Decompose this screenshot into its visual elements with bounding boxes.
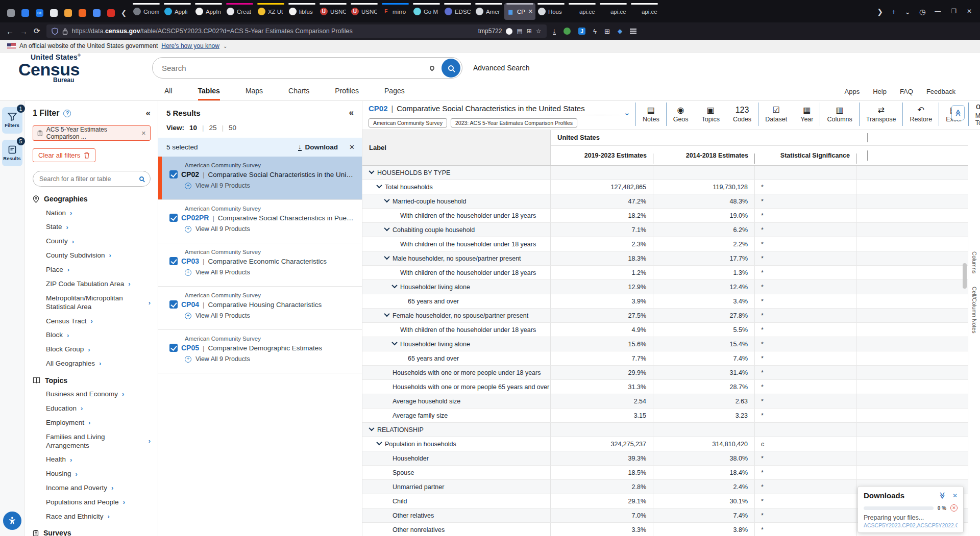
table-row[interactable]: Population in households 324,275,237 314…: [362, 437, 968, 451]
pinned-tab-icon[interactable]: [50, 9, 58, 17]
window-close-button[interactable]: ✕: [967, 8, 972, 15]
result-title[interactable]: Comparative Social Characteristics in th…: [208, 171, 355, 178]
tab-pages[interactable]: Pages: [384, 87, 405, 100]
result-code[interactable]: CP02PR: [181, 214, 209, 222]
result-checkbox[interactable]: [169, 344, 178, 352]
geography-filter-item[interactable]: County Subdivision›: [33, 249, 151, 263]
tab-tables[interactable]: Tables: [198, 87, 220, 100]
table-row[interactable]: Householder 39.3% 38.0% *: [362, 451, 968, 466]
tracking-shield-icon[interactable]: [52, 28, 58, 35]
expand-chevron-icon[interactable]: [391, 283, 397, 288]
menu-hamburger-icon[interactable]: [630, 29, 636, 34]
pinned-tab-icon[interactable]: [7, 9, 15, 17]
expand-chevron-icon[interactable]: [384, 197, 389, 202]
accessibility-button[interactable]: [3, 512, 21, 530]
bolt-extension-icon[interactable]: ϟ: [593, 28, 597, 35]
view-all-products-link[interactable]: + View All 9 Products: [185, 355, 355, 363]
geography-filter-item[interactable]: Place›: [33, 263, 151, 277]
collapse-results-icon[interactable]: «: [349, 108, 354, 118]
result-title[interactable]: Comparative Economic Characteristics: [208, 258, 327, 265]
pinned-tab-icon[interactable]: [21, 9, 29, 17]
url-text[interactable]: https://data.census.gov/table/ACSCP5Y202…: [72, 28, 474, 35]
topic-filter-item[interactable]: Health›: [33, 453, 151, 467]
browser-tab[interactable]: EDSC: [442, 3, 473, 20]
browser-tab[interactable]: Amer: [473, 3, 504, 20]
forward-button[interactable]: →: [20, 27, 28, 36]
geography-filter-item[interactable]: Nation›: [33, 206, 151, 220]
geography-filter-item[interactable]: State›: [33, 220, 151, 235]
pinned-tab-icon[interactable]: [79, 9, 86, 17]
expand-chevron-icon[interactable]: [369, 425, 374, 431]
result-title[interactable]: Comparative Social Characteristics in Pu…: [218, 214, 355, 222]
view-10-option[interactable]: 10: [189, 124, 197, 132]
browser-tab[interactable]: Gnom: [131, 3, 162, 20]
geography-filter-item[interactable]: Block›: [33, 328, 151, 343]
table-row[interactable]: HOUSEHOLDS BY TYPE: [362, 166, 968, 180]
result-title[interactable]: Comparative Housing Characteristics: [208, 301, 322, 309]
topic-filter-item[interactable]: Employment›: [33, 416, 151, 430]
toolbar-button[interactable]: ◉ Geos: [666, 103, 695, 126]
result-checkbox[interactable]: [169, 257, 178, 265]
label-column-header[interactable]: Label: [362, 130, 551, 165]
browser-tab[interactable]: Go M: [411, 3, 442, 20]
view-all-products-link[interactable]: + View All 9 Products: [185, 182, 355, 189]
url-field[interactable]: https://data.census.gov/table/ACSCP5Y202…: [46, 24, 547, 38]
collapse-filters-icon[interactable]: «: [146, 108, 151, 118]
survey-tag[interactable]: American Community Survey: [369, 118, 447, 127]
result-code[interactable]: CP05: [181, 344, 199, 352]
results-rail-button[interactable]: 5 Results: [2, 140, 22, 166]
topic-filter-item[interactable]: Race and Ethnicity›: [33, 509, 151, 524]
table-row[interactable]: Male householder, no spouse/partner pres…: [362, 251, 968, 266]
browser-tab[interactable]: Hous: [535, 3, 567, 20]
expand-chevron-icon[interactable]: [384, 311, 389, 317]
browser-tab[interactable]: U USNO: [349, 3, 380, 20]
pinned-tab-icon[interactable]: [93, 9, 101, 17]
expand-chevron-icon[interactable]: [384, 254, 389, 260]
remove-filter-icon[interactable]: ✕: [141, 130, 146, 137]
filter-search-input[interactable]: [39, 175, 139, 183]
filter-search[interactable]: [33, 171, 151, 187]
pinned-tab-icon[interactable]: [64, 9, 72, 17]
result-card[interactable]: American Community Survey CP02PR | Compa…: [158, 200, 362, 243]
geography-filter-item[interactable]: All Geographies›: [33, 357, 151, 371]
expand-chevron-icon[interactable]: [391, 340, 397, 345]
reload-button[interactable]: ⟳: [34, 27, 40, 36]
table-row[interactable]: Average household size 2.54 2.63 *: [362, 394, 968, 409]
faq-link[interactable]: FAQ: [900, 88, 913, 95]
tab-profiles[interactable]: Profiles: [335, 87, 359, 100]
cell-column-notes-side-tab[interactable]: Cell/Column Notes: [971, 287, 977, 334]
puzzle-extensions-icon[interactable]: ⊞: [604, 28, 610, 35]
feedback-link[interactable]: Feedback: [926, 88, 955, 95]
table-row[interactable]: Householder living alone 15.6% 15.4% *: [362, 337, 968, 351]
window-maximize-button[interactable]: ❐: [951, 8, 957, 15]
pinned-tab-icon[interactable]: 31: [36, 9, 43, 17]
topic-filter-item[interactable]: Populations and People›: [33, 496, 151, 510]
result-code[interactable]: CP03: [181, 257, 199, 265]
j-extension-icon[interactable]: J: [578, 28, 585, 35]
tab-charts[interactable]: Charts: [288, 87, 309, 100]
result-checkbox[interactable]: [169, 214, 178, 222]
collapse-toolbar-button[interactable]: ≫: [951, 105, 965, 120]
close-downloads-icon[interactable]: ✕: [952, 492, 958, 499]
estimates-2019-2023-header[interactable]: 2019-2023 Estimates: [551, 152, 653, 159]
view-25-option[interactable]: 25: [209, 124, 217, 132]
table-row[interactable]: 65 years and over 7.7% 7.4% *: [362, 351, 968, 366]
result-checkbox[interactable]: [169, 170, 178, 178]
site-search[interactable]: [152, 57, 462, 79]
browser-tab[interactable]: U USNO: [317, 3, 349, 20]
how-you-know-link[interactable]: Here's how you know: [161, 42, 219, 49]
view-all-products-link[interactable]: + View All 9 Products: [185, 225, 355, 233]
download-button[interactable]: ↓ Download: [298, 143, 338, 151]
result-card[interactable]: American Community Survey CP03 | Compara…: [158, 243, 362, 287]
view-all-products-link[interactable]: + View All 9 Products: [185, 269, 355, 276]
download-filenames[interactable]: ACSCP5Y2023.CP02,ACSCP5Y2022.CP0...: [864, 522, 958, 528]
table-row[interactable]: Spouse 18.5% 18.4% *: [362, 466, 968, 480]
toolbar-button[interactable]: ooo More Tools: [968, 103, 980, 126]
result-card[interactable]: American Community Survey CP04 | Compara…: [158, 287, 362, 330]
expand-chevron-icon[interactable]: [376, 440, 382, 445]
help-link[interactable]: Help: [873, 88, 887, 95]
toolbar-button[interactable]: ☑ Dataset: [758, 103, 794, 126]
browser-tab[interactable]: api.ce: [598, 3, 629, 20]
toolbar-button[interactable]: ↶ Restore: [902, 103, 939, 126]
clear-selection-icon[interactable]: ✕: [349, 143, 355, 151]
